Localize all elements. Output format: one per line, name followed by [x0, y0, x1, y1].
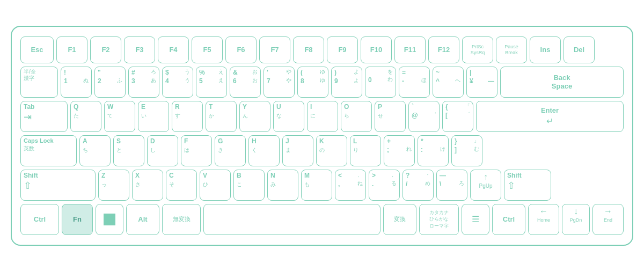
key-b[interactable]: B こ	[233, 170, 265, 201]
key-caps-lock[interactable]: Caps Lock 英数	[20, 135, 77, 166]
key-1[interactable]: ! 1ぬ	[61, 67, 92, 98]
key-f9[interactable]: F9	[327, 36, 358, 63]
key-henkan[interactable]: 変換	[383, 204, 416, 235]
key-bracket-open[interactable]: {「 [゜	[442, 101, 473, 132]
key-caret[interactable]: ~ ^へ	[433, 67, 464, 98]
qwerty-row: Tab ⇥ Q た W て E い R す T か Y ん	[20, 101, 624, 132]
key-f11[interactable]: F11	[394, 36, 426, 63]
key-fn[interactable]: Fn	[62, 204, 93, 235]
key-f10[interactable]: F10	[361, 36, 392, 63]
key-underscore[interactable]: — \ろ	[436, 170, 467, 201]
windows-icon	[104, 214, 115, 225]
key-u[interactable]: U な	[273, 101, 304, 132]
zxcv-row: Shift ⇧ Z っ X さ C そ V ひ B こ N み	[20, 170, 624, 201]
key-space[interactable]	[203, 204, 380, 235]
key-6[interactable]: &お 6お	[230, 67, 261, 98]
key-hankaku[interactable]: 半/全 漢字	[20, 67, 58, 98]
bottom-row: Ctrl Fn Alt 無変換 変換 カタカナひらがなローマ字 ☰ Ctrl	[20, 204, 624, 235]
key-r[interactable]: R す	[172, 101, 203, 132]
key-esc[interactable]: Esc	[20, 36, 54, 63]
key-q[interactable]: Q た	[70, 101, 101, 132]
key-l[interactable]: L り	[350, 135, 381, 166]
key-end[interactable]: → End	[592, 204, 624, 235]
key-5[interactable]: %え 5え	[196, 67, 227, 98]
key-p[interactable]: P せ	[375, 101, 406, 132]
key-3[interactable]: #ろ 3あ	[128, 67, 159, 98]
key-menu[interactable]: ☰	[462, 204, 489, 235]
key-o[interactable]: O ら	[341, 101, 372, 132]
key-muhenkan[interactable]: 無変換	[162, 204, 201, 235]
key-period[interactable]: >。 .る	[369, 170, 400, 201]
key-shift-left[interactable]: Shift ⇧	[20, 170, 96, 201]
key-comma[interactable]: <、 ,ね	[335, 170, 366, 201]
key-8[interactable]: (ゆ 8ゆ	[297, 67, 328, 98]
key-f2[interactable]: F2	[90, 36, 121, 63]
key-z[interactable]: Z っ	[98, 170, 129, 201]
key-shift-right[interactable]: Shift ⇧	[504, 170, 551, 201]
key-c[interactable]: C そ	[166, 170, 197, 201]
function-row: Esc F1 F2 F3 F4 F5 F6 F7 F8 F9 F10 F11 F…	[20, 36, 624, 63]
key-f[interactable]: F は	[181, 135, 212, 166]
key-e[interactable]: E い	[138, 101, 169, 132]
key-i[interactable]: I に	[307, 101, 338, 132]
key-colon[interactable]: * :け	[418, 135, 449, 166]
asdf-row: Caps Lock 英数 A ち S と D し F は G き H	[20, 135, 624, 166]
key-k[interactable]: K の	[316, 135, 347, 166]
key-ctrl-left[interactable]: Ctrl	[20, 204, 59, 235]
key-a[interactable]: A ち	[79, 135, 111, 166]
key-f7[interactable]: F7	[259, 36, 290, 63]
keyboard: Esc F1 F2 F3 F4 F5 F6 F7 F8 F9 F10 F11 F…	[11, 26, 633, 246]
key-f3[interactable]: F3	[124, 36, 155, 63]
key-g[interactable]: G き	[215, 135, 246, 166]
key-pgdn[interactable]: ↓ PgDn	[562, 204, 590, 235]
key-d[interactable]: D し	[147, 135, 178, 166]
key-ins[interactable]: Ins	[530, 36, 561, 63]
key-n[interactable]: N み	[267, 170, 298, 201]
key-tab[interactable]: Tab ⇥	[20, 101, 68, 132]
key-m[interactable]: M も	[301, 170, 332, 201]
key-x[interactable]: X さ	[132, 170, 163, 201]
key-w[interactable]: W て	[104, 101, 135, 132]
key-v[interactable]: V ひ	[200, 170, 231, 201]
key-f1[interactable]: F1	[56, 36, 87, 63]
key-enter[interactable]: Enter ↵	[476, 101, 624, 132]
key-t[interactable]: T か	[206, 101, 237, 132]
key-katakana[interactable]: カタカナひらがなローマ字	[419, 204, 459, 235]
key-pgup[interactable]: ↑ PgUp	[470, 170, 501, 201]
key-prtsc[interactable]: PrtScSysRq	[462, 36, 493, 63]
key-del[interactable]: Del	[564, 36, 595, 63]
key-yen[interactable]: | ¥—	[466, 67, 497, 98]
key-ctrl-right[interactable]: Ctrl	[492, 204, 525, 235]
key-bracket-close[interactable]: }」 ]む	[451, 135, 482, 166]
key-j[interactable]: J ま	[282, 135, 313, 166]
number-row: 半/全 漢字 ! 1ぬ " 2ふ #ろ 3あ	[20, 67, 624, 98]
key-backspace[interactable]: BackSpace	[500, 67, 624, 98]
key-9[interactable]: )よ 9よ	[331, 67, 362, 98]
key-7[interactable]: 'や 7や	[264, 67, 295, 98]
key-semicolon[interactable]: + ;れ	[384, 135, 415, 166]
key-0[interactable]: を 0わ	[365, 67, 396, 98]
key-alt-left[interactable]: Alt	[126, 204, 159, 235]
key-f12[interactable]: F12	[428, 36, 459, 63]
key-slash[interactable]: ?・ /め	[402, 170, 434, 201]
key-f4[interactable]: F4	[158, 36, 189, 63]
key-f6[interactable]: F6	[225, 36, 257, 63]
key-h[interactable]: H く	[248, 135, 280, 166]
key-minus[interactable]: = -ほ	[399, 67, 430, 98]
key-home[interactable]: ← Home	[528, 204, 559, 235]
key-win[interactable]	[96, 204, 123, 235]
key-y[interactable]: Y ん	[239, 101, 270, 132]
key-s[interactable]: S と	[113, 135, 144, 166]
key-2[interactable]: " 2ふ	[94, 67, 126, 98]
key-f5[interactable]: F5	[192, 36, 223, 63]
key-pause[interactable]: PauseBreak	[496, 36, 527, 63]
key-4[interactable]: $う 4う	[162, 67, 193, 98]
key-f8[interactable]: F8	[293, 36, 324, 63]
key-at[interactable]: ` @゛	[408, 101, 440, 132]
